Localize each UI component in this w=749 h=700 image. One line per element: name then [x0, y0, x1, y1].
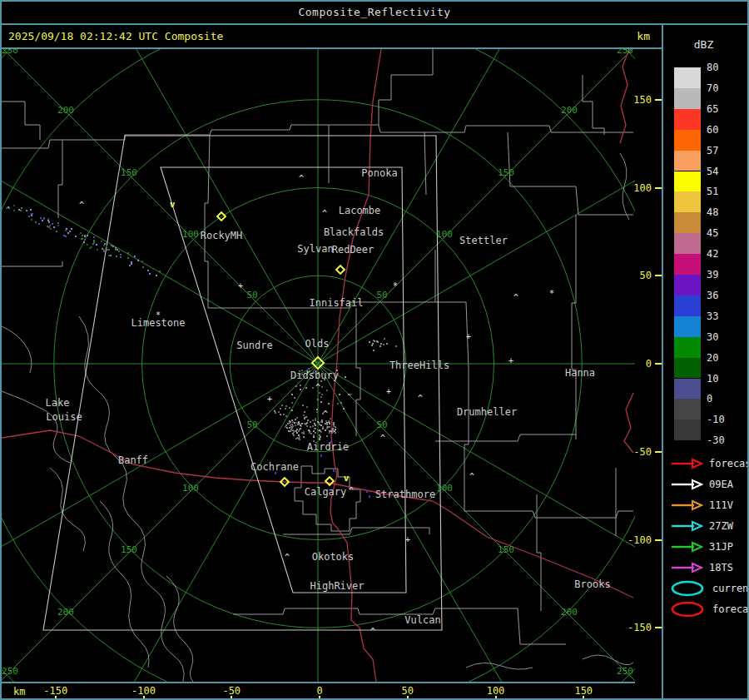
colorbar-value-label: 51 [707, 186, 718, 197]
bottom-axis-tick [407, 696, 409, 700]
radar-echo-pixel [333, 425, 335, 427]
city-label: Stettler [459, 235, 508, 246]
radar-echo-pixel [335, 429, 336, 430]
city-label: Okotoks [312, 551, 355, 563]
radar-echo-pixel [296, 429, 298, 430]
radar-map-svg[interactable]: 5050505010010010010015015015015020020020… [2, 49, 635, 682]
colorbar-swatch [674, 379, 701, 400]
right-axis-label: -100 [627, 534, 652, 546]
radar-echo-pixel [329, 432, 330, 434]
radar-echo-pixel [321, 394, 323, 395]
radar-echo-pixel [141, 261, 143, 262]
radar-echo-pixel [115, 247, 117, 249]
site-marker-icon: ^ [322, 209, 327, 218]
radar-echo-pixel [112, 246, 114, 247]
colorbar-swatch [674, 275, 701, 295]
radar-echo-pixel [303, 431, 305, 433]
radar-echo-pixel [13, 205, 15, 206]
site-marker-icon: ^ [418, 394, 423, 403]
wind-vee-icon: v [344, 473, 350, 484]
radar-echo-pixel [314, 428, 315, 429]
county-boundary [283, 528, 429, 534]
radar-echo-pixel [345, 376, 346, 378]
radar-echo-pixel [366, 490, 368, 493]
bottom-axis-tick [231, 696, 232, 700]
radar-echo-pixel [115, 249, 117, 251]
radar-echo-pixel [333, 424, 335, 425]
km-unit-top-right: km [637, 25, 650, 47]
radar-echo-pixel [290, 430, 291, 432]
radar-echo-pixel [343, 408, 345, 410]
radar-echo-pixel [306, 422, 308, 424]
radar-echo-pixel [80, 232, 82, 234]
radar-echo-pixel [326, 424, 328, 425]
radar-map-canvas[interactable]: 5050505010010010010015015015015020020020… [2, 49, 635, 682]
ring-distance-label: 150 [121, 544, 137, 555]
radar-echo-pixel [300, 424, 301, 426]
radar-echo-pixel [298, 434, 300, 436]
colorbar-swatch [674, 212, 701, 233]
forecast-ellipse-icon [670, 601, 707, 618]
colorbar-value-label: 10 [707, 373, 718, 385]
site-marker-icon: + [238, 281, 243, 290]
radar-echo-pixel [65, 236, 67, 237]
radar-echo-pixel [330, 430, 332, 432]
radar-echo-pixel [48, 221, 50, 223]
city-label: Ponoka [361, 167, 397, 179]
radar-echo-pixel [332, 431, 334, 433]
terrain-contour [466, 663, 533, 669]
radar-echo-pixel [7, 206, 9, 208]
terrain-contour [583, 655, 633, 665]
radar-echo-pixel [330, 418, 331, 420]
city-label: Sylvan [297, 243, 333, 255]
radar-echo-pixel [301, 432, 303, 434]
city-label: Lake [46, 397, 70, 409]
radar-echo-pixel [328, 420, 330, 422]
radar-echo-pixel [306, 406, 308, 408]
terrain-contour [100, 501, 149, 668]
ring-distance-label: 100 [436, 483, 453, 494]
radar-echo-pixel [314, 423, 315, 424]
radar-echo-pixel [117, 249, 118, 251]
radar-echo-pixel [320, 431, 322, 433]
city-label: Strathmore [375, 489, 435, 500]
radar-echo-pixel [380, 343, 382, 345]
legend-item-label: 18TS [709, 562, 733, 573]
colorbar-swatch [674, 358, 701, 379]
radar-echo-pixel [296, 432, 298, 434]
azimuth-radial [85, 364, 318, 682]
radar-echo-pixel [81, 238, 82, 240]
site-marker-icon: ^ [315, 383, 320, 392]
radar-echo-pixel [87, 244, 88, 246]
ring-distance-label: 150 [498, 544, 514, 555]
site-marker-icon: ^ [469, 472, 474, 481]
ring-distance-label: 200 [561, 607, 578, 618]
bottom-axis-tick [143, 696, 145, 700]
radar-echo-pixel [66, 228, 67, 230]
radar-echo-pixel [40, 217, 42, 219]
radar-echo-pixel [290, 426, 292, 428]
site-marker-icon: + [386, 387, 391, 396]
county-boundary [379, 49, 433, 125]
right-axis-label: -50 [633, 446, 652, 458]
radar-echo-pixel [49, 225, 51, 226]
site-marker-icon: ^ [323, 410, 328, 419]
right-axis-tick [655, 99, 662, 101]
radar-echo-pixel [315, 420, 316, 421]
right-axis-tick [655, 627, 662, 628]
radar-echo-pixel [91, 246, 92, 248]
terrain-contour [2, 326, 32, 373]
radar-echo-pixel [56, 231, 57, 232]
ring-distance-label: 250 [617, 49, 633, 56]
radar-echo-pixel [18, 209, 20, 211]
bottom-axis-label: 50 [402, 685, 414, 697]
radar-echo-pixel [287, 423, 289, 424]
site-marker-icon: + [267, 395, 272, 404]
radar-echo-pixel [104, 243, 106, 245]
radar-echo-pixel [310, 421, 311, 423]
radar-echo-pixel [316, 409, 318, 410]
radar-echo-pixel [325, 429, 326, 431]
bottom-axis-label: 100 [487, 685, 505, 697]
radar-echo-pixel [159, 271, 161, 272]
radar-echo-pixel [379, 345, 381, 347]
